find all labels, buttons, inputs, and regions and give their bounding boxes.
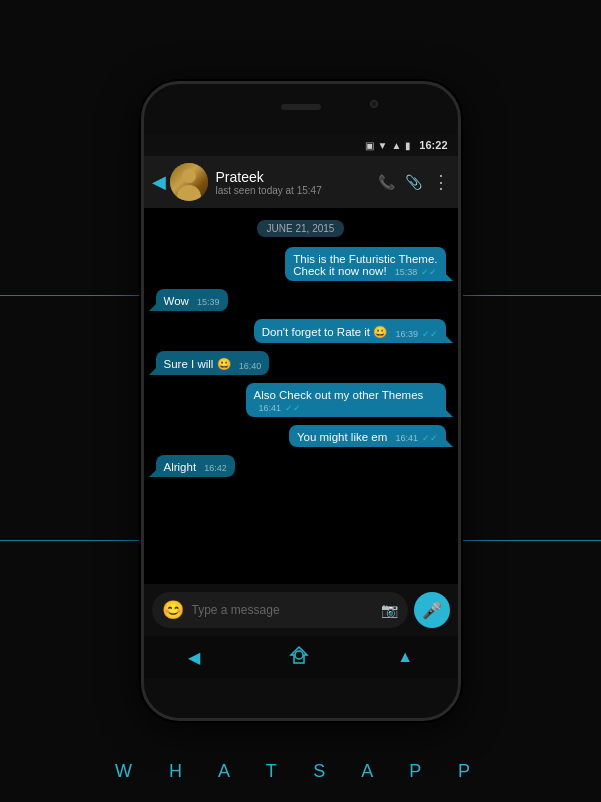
attach-icon[interactable]: 📎 [405,174,422,190]
message-row-1: This is the Futuristic Theme.Check it no… [156,247,446,281]
mic-button[interactable]: 🎤 [414,592,450,628]
message-bubble-5: Also Check out my other Themes 16:41 ✓✓ [246,383,446,417]
phone-bottom-bezel [144,678,458,718]
contact-name: Prateek [216,169,378,185]
message-bubble-4: Sure I will 😀 16:40 [156,351,270,375]
message-time-2: 15:39 [197,297,220,307]
message-text-3: Don't forget to Rate it 😀 [262,326,388,338]
message-row-5: Also Check out my other Themes 16:41 ✓✓ [156,383,446,417]
back-button[interactable]: ◀ [152,171,166,193]
battery-icon: ▮ [405,140,411,151]
message-time-1: 15:38 ✓✓ [395,267,437,277]
phone-camera [370,100,378,108]
message-row-2: Wow 15:39 [156,289,446,311]
message-time-3: 16:39 ✓✓ [395,329,437,339]
avatar-image [170,163,208,201]
message-bubble-3: Don't forget to Rate it 😀 16:39 ✓✓ [254,319,446,343]
app-title: W H A T S A P P [115,761,486,782]
message-row-4: Sure I will 😀 16:40 [156,351,446,375]
input-field-container[interactable]: 😊 Type a message 📷 [152,592,408,628]
message-bubble-7: Alright 16:42 [156,455,235,477]
phone-top-bezel [144,84,458,134]
contact-info: Prateek last seen today at 15:47 [216,169,378,196]
input-bar: 😊 Type a message 📷 🎤 [144,584,458,636]
emoji-button[interactable]: 😊 [162,599,184,621]
message-bubble-1: This is the Futuristic Theme.Check it no… [285,247,445,281]
message-input[interactable]: Type a message [192,603,373,617]
message-text-7: Alright [164,461,197,473]
message-row-3: Don't forget to Rate it 😀 16:39 ✓✓ [156,319,446,343]
vibrate-icon: ▣ [365,140,374,151]
svg-point-1 [295,651,303,659]
svg-marker-0 [291,647,307,663]
contact-status: last seen today at 15:47 [216,185,378,196]
message-text-6: You might like em [297,431,387,443]
message-row-6: You might like em 16:41 ✓✓ [156,425,446,447]
camera-icon[interactable]: 📷 [381,602,398,618]
more-icon[interactable]: ⋮ [432,171,450,193]
message-row-7: Alright 16:42 [156,455,446,477]
chat-body: JUNE 21, 2015 This is the Futuristic The… [144,208,458,584]
status-bar-right: ▣ ▼ ▲ ▮ 16:22 [365,139,448,151]
contact-avatar [170,163,208,201]
nav-back-icon[interactable]: ◀ [188,648,200,667]
message-time-6: 16:41 ✓✓ [395,433,437,443]
phone-nav: ◀ ▲ [144,636,458,678]
signal-icon: ▲ [391,140,401,151]
scene: ▣ ▼ ▲ ▮ 16:22 ◀ Prateek last seen today … [0,0,601,802]
wifi-icon: ▼ [378,140,388,151]
message-bubble-6: You might like em 16:41 ✓✓ [289,425,446,447]
message-text-5: Also Check out my other Themes [254,389,424,401]
status-bar: ▣ ▼ ▲ ▮ 16:22 [144,134,458,156]
chat-actions: 📞 📎 ⋮ [378,171,450,193]
nav-home-icon[interactable] [289,645,309,670]
nav-recents-icon[interactable]: ▲ [397,648,413,666]
message-bubble-2: Wow 15:39 [156,289,228,311]
read-check-6: ✓✓ [422,433,438,443]
call-icon[interactable]: 📞 [378,174,395,190]
read-check-5: ✓✓ [285,403,301,413]
mic-icon: 🎤 [422,601,442,620]
status-time: 16:22 [419,139,447,151]
read-check-1: ✓✓ [421,267,437,277]
message-text-4: Sure I will 😀 [164,358,231,370]
phone-device: ▣ ▼ ▲ ▮ 16:22 ◀ Prateek last seen today … [141,81,461,721]
message-time-5: 16:41 ✓✓ [259,403,301,413]
message-time-4: 16:40 [239,361,262,371]
chat-header: ◀ Prateek last seen today at 15:47 📞 📎 ⋮ [144,156,458,208]
date-label: JUNE 21, 2015 [257,220,345,237]
phone-speaker [281,104,321,110]
read-check-3: ✓✓ [422,329,438,339]
message-text-2: Wow [164,295,189,307]
message-time-7: 16:42 [204,463,227,473]
